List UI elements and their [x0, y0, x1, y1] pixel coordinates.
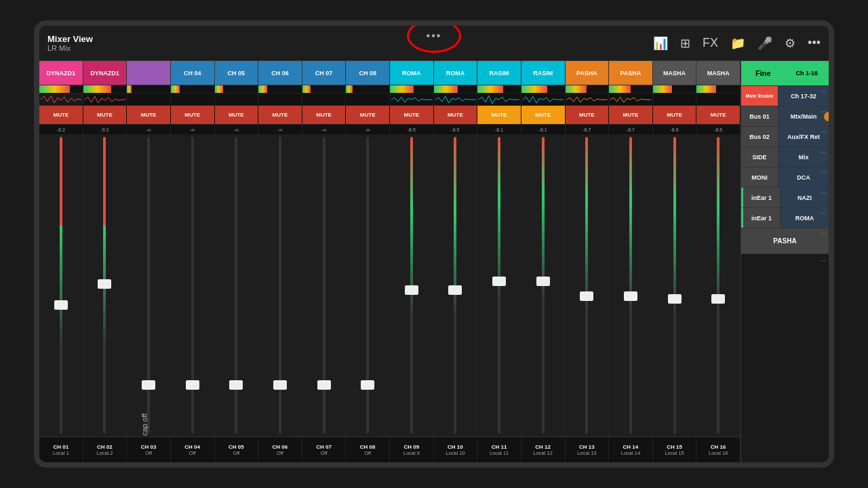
fine-button[interactable]: Fine: [741, 61, 785, 85]
ch-label-05[interactable]: CH 05Off: [215, 437, 259, 462]
mute-btn-15[interactable]: MUTE: [653, 106, 697, 124]
mute-btn-14[interactable]: MUTE: [609, 106, 653, 124]
fader-track-ch14[interactable]: [629, 137, 632, 434]
fx-icon[interactable]: FX: [703, 36, 718, 50]
fader-track-ch05[interactable]: [235, 137, 237, 434]
mute-btn-12[interactable]: MUTE: [521, 106, 566, 124]
ch-header-10[interactable]: ROMA: [434, 61, 478, 85]
fader-handle-ch03[interactable]: [142, 380, 155, 390]
fader-track-ch13[interactable]: [585, 137, 588, 434]
mute-btn-05[interactable]: MUTE: [215, 106, 259, 124]
fader-handle-ch05[interactable]: [229, 380, 243, 390]
ch-range-1-button[interactable]: Ch 1-16: [785, 61, 829, 85]
mic-icon[interactable]: 🎤: [757, 36, 772, 51]
ch-header-02[interactable]: DYNAZD1: [83, 61, 127, 85]
mute-btn-11[interactable]: MUTE: [477, 106, 521, 124]
ch-label-01[interactable]: CH 01Local 1: [39, 437, 83, 462]
ch-label-13[interactable]: CH 13Local 13: [566, 437, 610, 462]
fader-track-ch04[interactable]: [191, 137, 194, 434]
fader-handle-ch12[interactable]: [536, 277, 550, 286]
fader-handle-ch11[interactable]: [492, 277, 506, 286]
bar-chart-icon[interactable]: 📊: [653, 36, 668, 51]
ch-header-01[interactable]: DYNAZD1: [39, 61, 83, 85]
ch-header-04[interactable]: CH 04: [171, 61, 215, 85]
pasha-button[interactable]: PASHA: [741, 228, 829, 253]
ch-label-12[interactable]: CH 12Local 12: [521, 437, 566, 462]
fader-track-ch09[interactable]: [410, 137, 413, 434]
ch-header-03[interactable]: [127, 61, 171, 85]
settings-icon[interactable]: ⚙: [785, 36, 795, 51]
fader-track-ch01[interactable]: [60, 137, 62, 434]
inear1b-button[interactable]: inEar 1: [743, 208, 781, 228]
fader-handle-ch01[interactable]: [54, 300, 68, 310]
mute-btn-01[interactable]: MUTE: [39, 106, 83, 124]
ch-label-10[interactable]: CH 10Local 10: [434, 437, 478, 462]
fader-handle-ch02[interactable]: [98, 279, 111, 289]
ch-label-16[interactable]: CH 16Local 16: [696, 437, 741, 462]
ch-label-07[interactable]: CH 07Off: [302, 437, 347, 462]
fader-track-ch07[interactable]: [323, 137, 326, 434]
mute-btn-09[interactable]: MUTE: [390, 106, 434, 124]
ch-label-15[interactable]: CH 15Local 15: [653, 437, 697, 462]
ch-label-14[interactable]: CH 14Local 14: [609, 437, 653, 462]
fader-handle-ch14[interactable]: [624, 291, 637, 301]
fader-track-ch08[interactable]: [366, 137, 369, 434]
fader-track-ch06[interactable]: [279, 137, 281, 434]
ch-label-06[interactable]: CH 06Off: [258, 437, 302, 462]
ch-header-07[interactable]: CH 07: [302, 61, 347, 85]
ch-header-09[interactable]: ROMA: [390, 61, 434, 85]
mute-enable-button[interactable]: Mute Enable: [741, 86, 778, 106]
fader-ch07: [302, 134, 347, 436]
ch-label-08[interactable]: CH 08Off: [346, 437, 390, 462]
fader-handle-ch15[interactable]: [668, 294, 682, 304]
ch-label-09[interactable]: CH 09Local 9: [390, 437, 434, 462]
ch-header-11[interactable]: RASIM: [477, 61, 521, 85]
fader-handle-ch04[interactable]: [186, 380, 199, 390]
ch-header-06[interactable]: CH 06: [258, 61, 302, 85]
mute-btn-06[interactable]: MUTE: [258, 106, 302, 124]
bus02-button[interactable]: Bus 02: [741, 127, 778, 146]
fader-handle-ch13[interactable]: [580, 291, 593, 301]
fader-track-ch16[interactable]: [717, 137, 719, 434]
mute-btn-16[interactable]: MUTE: [696, 106, 741, 124]
ch-header-16[interactable]: MASHA: [696, 61, 741, 85]
fader-track-ch11[interactable]: [498, 137, 500, 434]
fader-track-ch12[interactable]: [542, 137, 545, 434]
fader-track-ch03[interactable]: [147, 137, 150, 434]
mixer-title: Mixer View: [47, 34, 93, 45]
mute-btn-13[interactable]: MUTE: [566, 106, 610, 124]
side-button[interactable]: SIDE: [741, 147, 778, 167]
fader-handle-ch09[interactable]: [405, 285, 418, 295]
bus01-button[interactable]: Bus 01: [741, 106, 778, 126]
more-icon[interactable]: •••: [808, 36, 821, 50]
mute-btn-03[interactable]: MUTE: [127, 106, 171, 124]
mute-btn-02[interactable]: MUTE: [83, 106, 127, 124]
ch-label-04[interactable]: CH 04Off: [171, 437, 215, 462]
ch-label-11[interactable]: CH 11Local 11: [477, 437, 521, 462]
fader-handle-ch16[interactable]: [711, 294, 725, 304]
ch-header-12[interactable]: RASIM: [521, 61, 566, 85]
ch-label-03[interactable]: CH 03Off: [127, 437, 171, 462]
ch-header-15[interactable]: MASHA: [653, 61, 697, 85]
ch-header-08[interactable]: CH 08: [346, 61, 390, 85]
fader-handle-ch07[interactable]: [317, 380, 331, 390]
mute-btn-08[interactable]: MUTE: [346, 106, 390, 124]
fader-track-ch02[interactable]: [103, 137, 106, 434]
ch-header-14[interactable]: PASHA: [609, 61, 653, 85]
grid-icon[interactable]: ⊞: [680, 36, 690, 51]
mute-btn-10[interactable]: MUTE: [434, 106, 478, 124]
mute-btn-04[interactable]: MUTE: [171, 106, 215, 124]
ch-label-02[interactable]: CH 02Local 2: [83, 437, 127, 462]
fader-handle-ch10[interactable]: [448, 285, 462, 295]
folder-icon[interactable]: 📁: [730, 36, 745, 51]
moni-button[interactable]: MONI: [741, 167, 778, 187]
fader-handle-ch06[interactable]: [273, 380, 287, 390]
fader-track-ch10[interactable]: [454, 137, 456, 434]
ch-header-05[interactable]: CH 05: [215, 61, 259, 85]
ch-header-13[interactable]: PASHA: [566, 61, 610, 85]
fader-track-ch15[interactable]: [673, 137, 676, 434]
inear1-button[interactable]: inEar 1: [743, 188, 781, 207]
mute-btn-07[interactable]: MUTE: [302, 106, 347, 124]
fader-handle-ch08[interactable]: [361, 380, 374, 390]
side-dots: ···: [821, 148, 827, 156]
